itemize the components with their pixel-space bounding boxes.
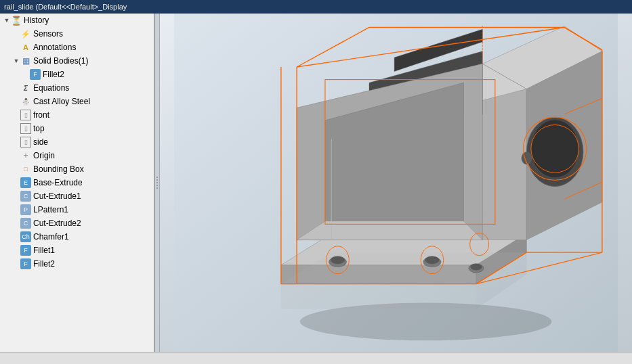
tree-item-label: Annotations (33, 43, 76, 52)
bbox-icon: □ (20, 164, 31, 175)
title-text: rail_slide (Default<<Default>_Display (4, 3, 127, 11)
tree-item-label: Bounding Box (33, 164, 84, 174)
history-icon: ⏳ (11, 15, 22, 26)
tree-expand-arrow[interactable]: ▼ (3, 17, 11, 24)
fillet-icon: F (30, 69, 41, 80)
tree-item-annotations[interactable]: AAnnotations (0, 41, 154, 54)
tree-item-bounding-box[interactable]: □Bounding Box (0, 162, 154, 176)
tree-item-label: Fillet1 (33, 246, 55, 255)
tree-item-solid-bodies[interactable]: ▼▦Solid Bodies(1) (0, 54, 154, 68)
tree-item-fillet2[interactable]: FFillet2 (0, 257, 154, 271)
tree-item-label: Base-Extrude (33, 178, 83, 187)
plane-icon: ▯ (20, 110, 31, 120)
status-bar (0, 352, 632, 364)
tree-item-label: front (33, 110, 49, 120)
origin-icon: + (20, 150, 31, 161)
tree-item-fillet2-sub[interactable]: FFillet2 (0, 68, 154, 81)
fillet-icon: F (20, 258, 31, 269)
tree-item-cut-extrude1[interactable]: CCut-Extrude1 (0, 189, 154, 203)
tree-item-label: Cast Alloy Steel (33, 97, 90, 106)
tree-item-label: side (33, 137, 48, 147)
tree-item-label: Equations (33, 83, 69, 93)
tree-item-label: top (33, 124, 45, 133)
tree-item-label: Chamfer1 (33, 232, 69, 242)
tree-item-front[interactable]: ▯front (0, 108, 154, 122)
tree-item-base-extrude[interactable]: EBase-Extrude (0, 176, 154, 189)
tree-item-label: LPattern1 (33, 205, 68, 214)
chamfer-icon: Ch (20, 231, 31, 242)
tree-item-history[interactable]: ▼⏳History (0, 14, 154, 27)
tree-item-chamfer1[interactable]: ChChamfer1 (0, 230, 154, 244)
tree-item-top[interactable]: ▯top (0, 122, 154, 135)
plane-icon: ▯ (20, 123, 31, 134)
sensor-icon: ⚡ (20, 28, 31, 39)
cut-icon: C (20, 218, 31, 229)
svg-point-17 (531, 120, 579, 178)
tree-item-label: History (24, 16, 49, 25)
title-bar: rail_slide (Default<<Default>_Display (0, 0, 632, 14)
tree-item-equations[interactable]: ΣEquations (0, 81, 154, 95)
tree-item-label: Fillet2 (43, 70, 64, 79)
pattern-icon: P (20, 204, 31, 215)
feature-tree-panel: ▼⏳History⚡SensorsAAnnotations▼▦Solid Bod… (0, 14, 154, 352)
annotation-icon: A (20, 42, 31, 53)
svg-marker-27 (281, 284, 476, 309)
panel-resize-handle[interactable] (154, 14, 160, 352)
plane-icon: ▯ (20, 137, 31, 147)
tree-item-material[interactable]: ⛄Cast Alloy Steel (0, 95, 154, 108)
model-display (160, 14, 632, 352)
tree-item-origin[interactable]: +Origin (0, 149, 154, 162)
tree-item-label: Solid Bodies(1) (33, 56, 88, 66)
tree-item-label: Origin (33, 151, 55, 160)
tree-item-fillet1[interactable]: FFillet1 (0, 244, 154, 257)
tree-item-lpattern1[interactable]: PLPattern1 (0, 203, 154, 217)
tree-item-side[interactable]: ▯side (0, 135, 154, 149)
solid-icon: ▦ (20, 55, 31, 66)
fillet-icon: F (20, 245, 31, 256)
3d-viewport[interactable] (160, 14, 632, 352)
tree-item-label: Sensors (33, 29, 63, 39)
tree-item-sensors[interactable]: ⚡Sensors (0, 27, 154, 41)
tree-item-label: Cut-Extrude2 (33, 219, 81, 228)
extrude-icon: E (20, 177, 31, 188)
material-icon: ⛄ (20, 96, 31, 107)
equations-icon: Σ (20, 83, 31, 93)
tree-item-label: Fillet2 (33, 259, 55, 269)
tree-item-cut-extrude2[interactable]: CCut-Extrude2 (0, 217, 154, 230)
tree-item-label: Cut-Extrude1 (33, 191, 81, 201)
tree-expand-arrow[interactable]: ▼ (12, 58, 20, 64)
cut-icon: C (20, 191, 31, 202)
